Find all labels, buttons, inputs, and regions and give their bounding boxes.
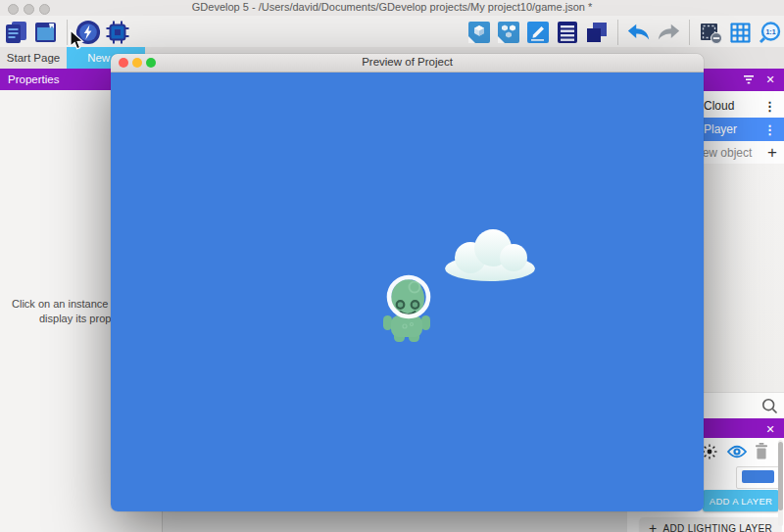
layer-color-field[interactable] bbox=[736, 466, 781, 489]
object-groups-icon[interactable] bbox=[496, 20, 521, 45]
add-layer-label: ADD A LAYER bbox=[710, 496, 772, 507]
mouse-cursor-icon bbox=[69, 29, 84, 55]
toolbar-separator bbox=[617, 20, 618, 45]
add-icon[interactable]: + bbox=[767, 143, 777, 163]
layers-scrollbar[interactable] bbox=[778, 440, 783, 526]
object-menu-icon[interactable]: ⋮ bbox=[763, 118, 776, 141]
tab-start-page[interactable]: Start Page bbox=[0, 47, 67, 69]
debug-icon[interactable] bbox=[105, 20, 130, 45]
layer-color-swatch[interactable] bbox=[742, 470, 774, 483]
preview-game-canvas bbox=[111, 73, 704, 511]
mask-toggle-icon[interactable] bbox=[698, 20, 723, 45]
objects-editor-icon[interactable] bbox=[466, 20, 492, 45]
object-menu-icon[interactable]: ⋮ bbox=[763, 94, 776, 118]
toolbar-separator bbox=[689, 20, 690, 45]
properties-panel-title: Properties bbox=[8, 73, 59, 85]
filter-icon[interactable] bbox=[743, 75, 755, 87]
main-titlebar: GDevelop 5 - /Users/david/Documents/GDev… bbox=[0, 0, 784, 16]
zoom-1-1-icon[interactable]: 1:1 bbox=[757, 20, 782, 45]
grid-icon[interactable] bbox=[727, 20, 753, 45]
gdevelop-window: GDevelop 5 - /Users/david/Documents/GDev… bbox=[0, 0, 784, 532]
instances-list-icon[interactable] bbox=[555, 20, 580, 45]
project-manager-icon[interactable] bbox=[4, 20, 29, 45]
redo-button[interactable] bbox=[656, 20, 681, 45]
cloud-sprite bbox=[444, 225, 537, 286]
layers-icon[interactable] bbox=[584, 20, 610, 45]
svg-text:1:1: 1:1 bbox=[765, 27, 775, 34]
toolbar-separator bbox=[67, 20, 68, 45]
search-icon[interactable] bbox=[761, 398, 778, 418]
edit-scene-icon[interactable] bbox=[525, 20, 551, 45]
player-sprite bbox=[382, 274, 431, 347]
layer-delete-icon[interactable] bbox=[755, 443, 768, 463]
window-title: GDevelop 5 - /Users/david/Documents/GDev… bbox=[0, 1, 784, 13]
preview-title: Preview of Project bbox=[111, 56, 704, 68]
tab-label: Start Page bbox=[7, 52, 60, 64]
add-lighting-layer-label: ADD LIGHTING LAYER bbox=[663, 523, 772, 532]
add-lighting-layer-button[interactable]: + ADD LIGHTING LAYER bbox=[640, 517, 781, 532]
undo-button[interactable] bbox=[626, 20, 652, 45]
layer-visibility-icon[interactable] bbox=[727, 445, 747, 462]
start-page-icon[interactable] bbox=[33, 20, 59, 45]
add-icon: + bbox=[649, 520, 657, 532]
layer-effects-icon[interactable] bbox=[702, 444, 717, 463]
preview-window: Preview of Project bbox=[111, 54, 704, 511]
close-icon[interactable]: ✕ bbox=[762, 72, 778, 87]
add-layer-button[interactable]: ADD A LAYER bbox=[703, 490, 779, 511]
close-icon[interactable]: ✕ bbox=[762, 421, 778, 437]
scrollbar-thumb[interactable] bbox=[778, 442, 783, 510]
main-toolbar: 1:1 bbox=[0, 16, 784, 47]
preview-titlebar[interactable]: Preview of Project bbox=[111, 54, 704, 73]
